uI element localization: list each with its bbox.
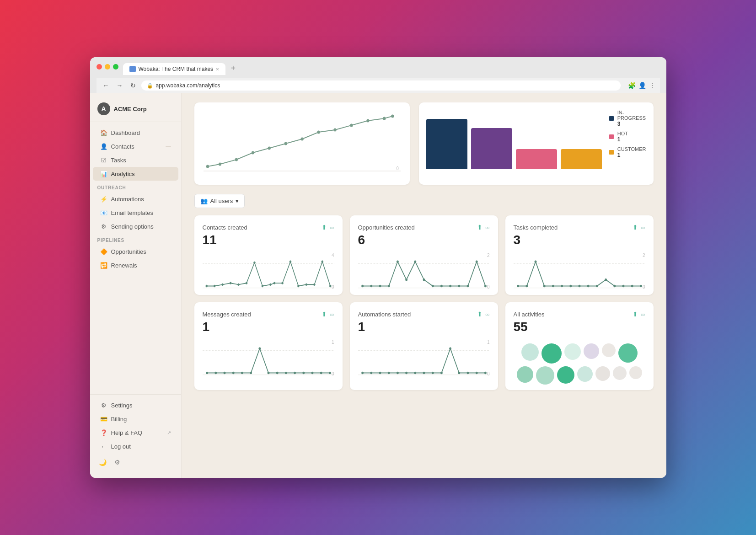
activity-bubble: [542, 343, 562, 364]
svg-point-30: [305, 284, 307, 286]
svg-point-98: [458, 372, 460, 374]
infinity-icon: ∞: [641, 224, 645, 231]
active-tab[interactable]: Wobaka: The CRM that makes ×: [123, 63, 225, 75]
sidebar-item-label: Log out: [111, 443, 131, 450]
refresh-button[interactable]: ↻: [129, 81, 138, 90]
svg-point-64: [613, 285, 616, 287]
stat-card-opportunities: Opportunities created ⬆ ∞ 6 2: [350, 215, 498, 295]
url-text: app.wobaka.com/analytics: [156, 82, 220, 89]
pipeline-bars-group: [426, 110, 602, 169]
svg-point-43: [423, 278, 425, 281]
forward-button[interactable]: →: [115, 81, 125, 90]
address-bar[interactable]: 🔒 app.wobaka.com/analytics: [141, 80, 621, 91]
svg-point-61: [587, 285, 589, 287]
activity-bubble: [521, 343, 539, 361]
svg-point-54: [525, 285, 528, 287]
sidebar-item-label: Sending options: [111, 223, 154, 230]
y-min-auto: 0: [487, 371, 490, 376]
new-tab-button[interactable]: +: [227, 62, 240, 75]
svg-point-81: [302, 372, 305, 374]
billing-icon: 💳: [100, 415, 107, 423]
stat-card-contacts-created: Contacts created ⬆ ∞ 11 4: [194, 215, 343, 295]
browser-actions: 🧩 👤 ⋮: [628, 82, 655, 89]
line-chart-svg: 0: [204, 112, 401, 176]
svg-point-29: [297, 285, 299, 287]
up-trend-icon: ⬆: [477, 224, 483, 231]
pipeline-legend: IN-PROGRESS 3 HOT 1: [602, 110, 646, 177]
sidebar-item-contacts[interactable]: 👤 Contacts: [93, 139, 178, 153]
stat-card-activities: All activities ⬆ ∞ 55: [505, 302, 654, 390]
preferences-icon[interactable]: ⚙: [112, 457, 123, 468]
dropdown-chevron-icon: ▾: [236, 198, 239, 204]
legend-count-customer: 1: [617, 152, 646, 158]
bar-customer: [561, 149, 602, 169]
infinity-icon: ∞: [641, 311, 645, 318]
svg-point-2: [206, 165, 209, 168]
stat-card-messages: Messages created ⬆ ∞ 1 1: [194, 302, 343, 390]
activity-bubble: [517, 366, 533, 383]
company-name: ACME Corp: [114, 106, 147, 112]
help-icon: ❓: [100, 429, 107, 436]
tab-favicon: [129, 66, 136, 72]
svg-point-50: [484, 285, 487, 287]
sidebar-item-billing[interactable]: 💳 Billing: [93, 412, 178, 426]
stat-title-messages: Messages created: [203, 311, 251, 318]
sidebar-item-automations[interactable]: ⚡ Automations: [93, 192, 178, 206]
external-link-icon: ↗: [167, 430, 171, 436]
svg-point-44: [431, 285, 434, 287]
all-users-filter[interactable]: 👥 All users ▾: [194, 194, 245, 208]
svg-point-70: [206, 372, 208, 374]
menu-icon[interactable]: ⋮: [649, 82, 655, 89]
sidebar-item-sending-options[interactable]: ⚙ Sending options: [93, 219, 178, 233]
maximize-dot[interactable]: [113, 64, 118, 70]
company-logo-char: A: [101, 105, 106, 112]
legend-label-customer: CUSTOMER: [617, 146, 646, 152]
minimize-dot[interactable]: [105, 64, 110, 70]
sidebar-item-tasks[interactable]: ☑ Tasks: [93, 153, 178, 167]
close-dot[interactable]: [97, 64, 102, 70]
sidebar-bottom: ⚙ Settings 💳 Billing ❓ Help & FAQ ↗ ← Lo…: [90, 394, 181, 471]
sidebar-item-help[interactable]: ❓ Help & FAQ ↗: [93, 426, 178, 439]
sidebar-item-settings[interactable]: ⚙ Settings: [93, 398, 178, 412]
svg-point-59: [569, 285, 572, 287]
sidebar-item-label: Email templates: [111, 209, 153, 216]
sidebar-item-renewals[interactable]: 🔁 Renewals: [93, 258, 178, 272]
stat-actions: ⬆ ∞: [633, 310, 645, 318]
sidebar-item-label: Dashboard: [111, 129, 140, 136]
y-max-contacts: 4: [332, 253, 334, 258]
browser-chrome: Wobaka: The CRM that makes × + ← → ↻ 🔒 a…: [90, 57, 666, 93]
legend-dot-customer: [609, 150, 614, 155]
stat-value-activities: 55: [514, 320, 645, 334]
svg-point-84: [329, 372, 331, 374]
svg-point-94: [423, 372, 425, 374]
stat-title-activities: All activities: [514, 311, 545, 318]
back-button[interactable]: ←: [101, 81, 111, 90]
svg-point-19: [221, 284, 223, 286]
stats-grid-row1: Contacts created ⬆ ∞ 11 4: [194, 215, 654, 295]
svg-point-96: [440, 372, 443, 374]
extensions-icon[interactable]: 🧩: [628, 82, 636, 89]
svg-point-77: [267, 372, 269, 374]
browser-dots: [97, 64, 118, 70]
sidebar-item-dashboard[interactable]: 🏠 Dashboard: [93, 126, 178, 139]
users-filter-icon: 👥: [200, 198, 208, 204]
svg-point-8: [300, 138, 303, 141]
stat-card-header: Automations started ⬆ ∞: [358, 310, 490, 318]
sidebar-item-email-templates[interactable]: 📧 Email templates: [93, 206, 178, 219]
sidebar-item-opportunities[interactable]: 🔶 Opportunities: [93, 245, 178, 258]
bar-purple: [471, 128, 512, 169]
stat-card-header: Tasks completed ⬆ ∞: [514, 224, 645, 231]
legend-text: CUSTOMER 1: [617, 146, 646, 158]
mini-chart-contacts: 4: [203, 253, 334, 289]
svg-point-66: [631, 285, 633, 287]
svg-point-40: [397, 261, 399, 263]
up-trend-icon: ⬆: [322, 310, 327, 318]
activity-bubble: [577, 366, 593, 382]
profile-icon[interactable]: 👤: [638, 82, 646, 89]
dark-mode-toggle[interactable]: 🌙: [97, 457, 108, 468]
analytics-icon: 📊: [100, 170, 107, 177]
activity-bubble: [557, 366, 574, 384]
tab-close-button[interactable]: ×: [216, 66, 219, 72]
sidebar-item-logout[interactable]: ← Log out: [93, 439, 178, 453]
sidebar-item-analytics[interactable]: 📊 Analytics: [93, 167, 178, 181]
